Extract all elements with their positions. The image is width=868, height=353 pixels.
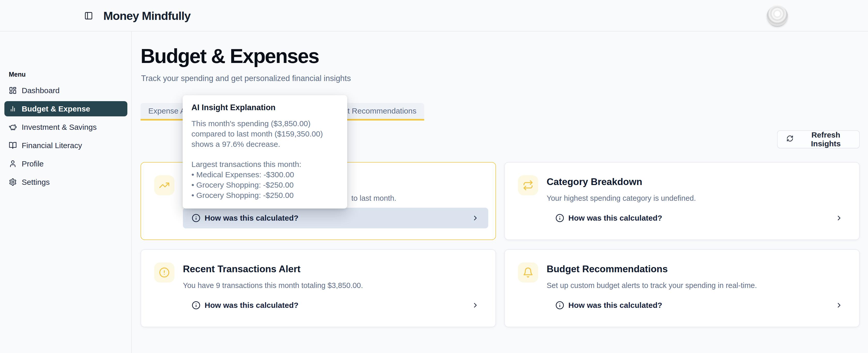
popover-transaction-item: • Grocery Shopping: -$250.00 xyxy=(191,190,338,201)
card-category-breakdown: Category Breakdown Your highest spending… xyxy=(504,162,860,240)
piggy-bank-icon xyxy=(9,123,17,131)
popover-transaction-item: • Medical Expenses: -$300.00 xyxy=(191,170,338,180)
sidebar-item-label: Financial Literacy xyxy=(22,141,82,150)
page-subtitle: Track your spending and get personalized… xyxy=(141,74,351,83)
how-calculated-link[interactable]: How was this calculated? xyxy=(183,295,488,316)
refresh-insights-button[interactable]: Refresh Insights xyxy=(777,130,860,148)
how-calculated-link[interactable]: How was this calculated? xyxy=(547,208,852,228)
user-icon xyxy=(9,160,17,168)
card-subtitle: You have 9 transactions this month total… xyxy=(183,281,363,290)
sidebar-toggle-button[interactable] xyxy=(84,11,93,20)
chevron-right-icon xyxy=(835,214,843,222)
book-open-icon xyxy=(9,141,17,149)
info-icon xyxy=(555,301,564,310)
repeat-icon xyxy=(518,175,538,195)
how-calculated-label: How was this calculated? xyxy=(205,214,471,222)
sidebar-item-settings[interactable]: Settings xyxy=(4,174,127,190)
sidebar-item-label: Settings xyxy=(22,178,50,186)
page-title: Budget & Expenses xyxy=(141,44,319,68)
info-icon xyxy=(192,214,200,222)
how-calculated-label: How was this calculated? xyxy=(568,214,835,222)
card-budget-recommendations: Budget Recommendations Set up custom bud… xyxy=(504,249,860,327)
popover-transaction-item: • Grocery Shopping: -$250.00 xyxy=(191,180,338,190)
sidebar: Menu Dashboard Budget & Expense xyxy=(0,32,132,353)
popover-title: AI Insight Explanation xyxy=(191,103,338,112)
sidebar-item-dashboard[interactable]: Dashboard xyxy=(4,83,127,98)
sidebar-nav: Dashboard Budget & Expense Investment & … xyxy=(4,83,127,193)
how-calculated-link[interactable]: How was this calculated? xyxy=(547,295,852,316)
how-calculated-link[interactable]: How was this calculated? xyxy=(183,208,488,228)
info-icon xyxy=(192,301,200,310)
how-calculated-label: How was this calculated? xyxy=(205,301,471,310)
card-recent-transactions-alert: Recent Transactions Alert You have 9 tra… xyxy=(141,249,496,327)
card-title: Category Breakdown xyxy=(547,176,642,187)
bar-chart-icon xyxy=(9,105,17,113)
user-avatar[interactable] xyxy=(767,6,788,27)
card-title: Budget Recommendations xyxy=(547,264,668,275)
alert-circle-icon xyxy=(154,262,175,283)
card-subtitle: Set up custom budget alerts to track you… xyxy=(547,281,757,290)
chevron-right-icon xyxy=(471,302,479,309)
app-title: Money Mindfully xyxy=(103,9,191,23)
chevron-right-icon xyxy=(835,302,843,309)
ai-insight-popover: AI Insight Explanation This month's spen… xyxy=(183,95,347,209)
sidebar-item-investment-savings[interactable]: Investment & Savings xyxy=(4,119,127,135)
app-header: Money Mindfully xyxy=(0,0,868,32)
sidebar-item-budget-expense[interactable]: Budget & Expense xyxy=(4,101,127,116)
sidebar-item-financial-literacy[interactable]: Financial Literacy xyxy=(4,138,127,153)
card-subtitle-fragment: to last month. xyxy=(351,194,396,203)
card-subtitle: Your highest spending category is undefi… xyxy=(547,194,696,203)
sidebar-item-label: Profile xyxy=(22,160,44,168)
bell-icon xyxy=(518,262,538,283)
card-title: Recent Transactions Alert xyxy=(183,264,301,275)
popover-paragraph: This month's spending ($3,850.00) compar… xyxy=(191,118,338,149)
sidebar-item-label: Dashboard xyxy=(22,86,60,95)
how-calculated-label: How was this calculated? xyxy=(568,301,835,310)
gear-icon xyxy=(9,178,17,186)
popover-transactions-heading: Largest transactions this month: xyxy=(191,159,338,170)
refresh-insights-label: Refresh Insights xyxy=(801,131,850,148)
sidebar-item-label: Investment & Savings xyxy=(22,123,97,132)
sidebar-item-profile[interactable]: Profile xyxy=(4,156,127,171)
sidebar-menu-label: Menu xyxy=(9,71,26,78)
trending-up-icon xyxy=(154,175,175,195)
info-icon xyxy=(555,214,564,222)
dashboard-icon xyxy=(9,86,17,95)
panel-left-icon xyxy=(84,11,93,20)
chevron-right-icon xyxy=(471,214,479,222)
refresh-icon xyxy=(786,135,794,144)
sidebar-item-label: Budget & Expense xyxy=(22,105,90,113)
